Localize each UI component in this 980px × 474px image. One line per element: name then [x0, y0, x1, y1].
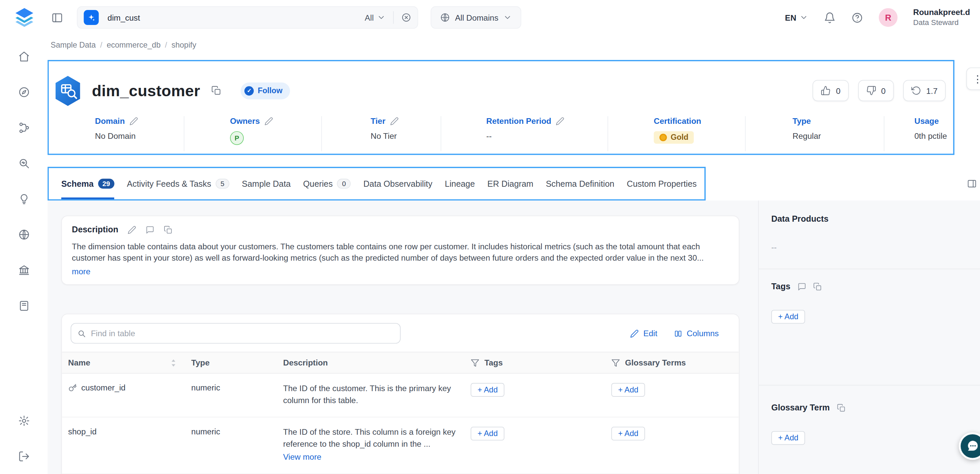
column-name[interactable]: customer_id — [81, 383, 126, 393]
upvote-button[interactable]: 0 — [813, 80, 848, 101]
search-input[interactable] — [108, 13, 245, 22]
view-more-link[interactable]: View more — [283, 452, 321, 464]
meta-label: Tier — [371, 116, 385, 126]
add-tag-button[interactable]: + Add — [471, 426, 504, 440]
columns-icon — [674, 329, 682, 337]
tab-activity-feeds[interactable]: Activity Feeds & Tasks 5 — [127, 168, 229, 199]
glossary-title: Glossary Term — [771, 403, 830, 412]
sidebar-toggle-icon[interactable] — [51, 12, 63, 24]
header-label: Type — [191, 358, 210, 367]
edit-icon — [630, 329, 639, 337]
header-label: Glossary Terms — [625, 358, 686, 367]
downvote-button[interactable]: 0 — [858, 80, 894, 101]
user-menu[interactable]: Rounakpreet.d Data Steward — [913, 8, 970, 27]
sidebar-item-domains[interactable] — [10, 217, 38, 252]
filter-icon[interactable] — [471, 358, 479, 367]
tab-label: Lineage — [445, 179, 475, 188]
search-clear-icon[interactable] — [401, 13, 411, 23]
tab-label: Queries — [303, 179, 332, 188]
app-logo-icon[interactable] — [13, 6, 36, 29]
version-number: 1.7 — [926, 86, 938, 95]
tab-sample-data[interactable]: Sample Data — [242, 168, 290, 199]
add-tag-button[interactable]: + Add — [771, 310, 805, 323]
meta-value: No Tier — [371, 131, 441, 140]
tab-lineage[interactable]: Lineage — [445, 168, 475, 199]
tab-queries[interactable]: Queries 0 — [303, 168, 351, 199]
language-label: EN — [785, 13, 796, 22]
right-panel: Data Products -- Tags + Add Glossary Ter… — [758, 201, 980, 474]
certification-value: Gold — [671, 133, 688, 142]
tab-count-badge: 0 — [337, 179, 351, 189]
settings-gear-icon[interactable] — [10, 403, 38, 439]
user-avatar[interactable]: R — [879, 8, 897, 27]
breadcrumb-item[interactable]: ecommerce_db — [107, 41, 161, 49]
add-glossary-term-button[interactable]: + Add — [771, 431, 805, 445]
more-actions-button[interactable]: ⋮ — [966, 68, 980, 90]
tab-er-diagram[interactable]: ER Diagram — [487, 168, 533, 199]
tab-schema[interactable]: Schema 29 — [61, 168, 115, 199]
chevron-down-icon — [503, 13, 512, 22]
table-row: shop_id numeric The ID of the store. Thi… — [62, 417, 739, 474]
owner-avatar[interactable]: P — [230, 131, 244, 145]
edit-table-button[interactable]: Edit — [630, 329, 657, 338]
header-label: Description — [283, 358, 328, 367]
tab-data-observability[interactable]: Data Observability — [363, 168, 432, 199]
sidebar-bottom-group — [10, 403, 38, 474]
chat-bubble-icon — [966, 439, 979, 453]
description-more-link[interactable]: more — [72, 267, 91, 276]
search-scope-dropdown[interactable]: All — [364, 13, 386, 22]
language-dropdown[interactable]: EN — [785, 13, 808, 22]
copy-name-icon[interactable] — [212, 86, 221, 95]
notifications-bell-icon[interactable] — [824, 12, 836, 24]
sidebar-item-lineage[interactable] — [10, 110, 38, 145]
copy-icon[interactable] — [813, 282, 821, 291]
column-name[interactable]: shop_id — [68, 426, 97, 436]
copy-description-icon[interactable] — [164, 225, 172, 234]
copy-icon[interactable] — [837, 403, 845, 412]
breadcrumb-item[interactable]: shopify — [172, 41, 196, 49]
filter-icon[interactable] — [611, 358, 620, 367]
breadcrumb-item[interactable]: Sample Data — [51, 41, 96, 49]
column-header-glossary: Glossary Terms — [605, 353, 740, 373]
meta-domain: Domain No Domain — [49, 116, 183, 151]
right-panel-toggle-icon[interactable] — [967, 179, 977, 189]
column-header-name[interactable]: Name — [62, 353, 185, 373]
edit-label: Edit — [643, 329, 657, 338]
help-icon[interactable] — [851, 12, 863, 24]
global-search[interactable]: All — [77, 6, 418, 29]
breadcrumb-separator: / — [165, 41, 167, 49]
sort-icon[interactable] — [170, 358, 176, 367]
tab-schema-definition[interactable]: Schema Definition — [546, 168, 614, 199]
columns-button[interactable]: Columns — [674, 329, 719, 338]
data-products-title: Data Products — [771, 215, 829, 224]
edit-icon[interactable] — [390, 116, 399, 125]
edit-icon[interactable] — [556, 116, 565, 125]
domain-filter-dropdown[interactable]: All Domains — [431, 6, 522, 29]
find-in-table[interactable] — [71, 323, 401, 344]
add-glossary-term-button[interactable]: + Add — [611, 383, 645, 397]
top-bar: All All Domains EN R — [0, 0, 980, 35]
edit-icon[interactable] — [264, 116, 273, 125]
add-tag-button[interactable]: + Add — [471, 383, 504, 397]
version-button[interactable]: 1.7 — [903, 80, 946, 101]
edit-description-icon[interactable] — [127, 225, 136, 234]
sidebar-item-explore[interactable] — [10, 74, 38, 110]
tab-custom-properties[interactable]: Custom Properties — [627, 168, 697, 199]
sidebar-item-governance[interactable] — [10, 252, 38, 288]
tab-label: Activity Feeds & Tasks — [127, 179, 211, 188]
find-in-table-input[interactable] — [91, 329, 394, 338]
comment-icon[interactable] — [146, 225, 154, 234]
add-glossary-term-button[interactable]: + Add — [611, 426, 645, 440]
sidebar-item-observability[interactable] — [10, 145, 38, 181]
content-area: Description The dimension table contains… — [48, 201, 980, 474]
upvote-count: 0 — [836, 86, 840, 95]
logout-icon[interactable] — [10, 439, 38, 474]
sidebar-item-home[interactable] — [10, 39, 38, 74]
follow-button[interactable]: ✓ Follow — [241, 82, 290, 99]
breadcrumb-separator: / — [100, 41, 103, 49]
entity-tabs-section: Schema 29 Activity Feeds & Tasks 5 Sampl… — [48, 167, 706, 200]
sidebar-item-glossary[interactable] — [10, 288, 38, 323]
comment-icon[interactable] — [797, 282, 806, 291]
sidebar-item-insights[interactable] — [10, 181, 38, 217]
edit-icon[interactable] — [129, 116, 138, 125]
